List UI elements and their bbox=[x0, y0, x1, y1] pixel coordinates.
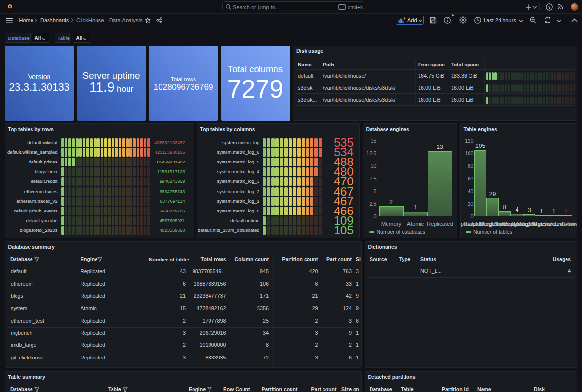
svg-text:?: ? bbox=[548, 5, 551, 10]
